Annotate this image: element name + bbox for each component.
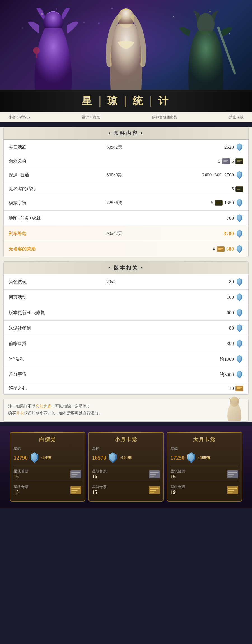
row-value: 80 [155, 321, 248, 336]
row-multiplier: 90x42天 [102, 226, 155, 242]
row-label: 前瞻直播 [4, 336, 102, 351]
table-row: 网页活动 160 [4, 290, 248, 305]
hero-banner [0, 0, 252, 90]
card-divider [14, 466, 81, 466]
row-multiplier [102, 367, 155, 382]
svg-rect-77 [150, 488, 159, 489]
table-row: 每日活跃 60x42天 2520 [4, 140, 248, 155]
card-regular-ticket-row: 星轨普票 16 [171, 469, 238, 480]
table-row: 模拟宇宙 225×6周 6 1350 [4, 195, 248, 211]
gem-icon-large [29, 452, 39, 463]
note-highlight-2: 月卡 [16, 411, 24, 415]
designer-label: 设计：流鬼 [82, 115, 100, 120]
row-value: 约1300 [155, 351, 248, 367]
card-gem-value: 12790 [14, 455, 28, 461]
row-multiplier [102, 382, 155, 395]
svg-rect-56 [237, 387, 242, 388]
version-section: • 版本相关 • 角色试玩 20x4 80 网页活动 [3, 261, 249, 395]
card-gem-row: 星琼 17250 ≈108抽 [171, 446, 238, 463]
special-ticket-icon [149, 486, 160, 494]
gem-icon-large [186, 452, 196, 463]
title-section: 星｜琼｜统｜计 [0, 90, 252, 112]
row-multiplier: 800×3期 [102, 167, 155, 183]
svg-rect-79 [150, 492, 154, 493]
gem-icon [235, 198, 243, 207]
card-gem-row: 星琼 16570 ≈103抽 [92, 446, 160, 463]
row-value: 4 680 [155, 242, 248, 257]
row-value: 5 [155, 183, 248, 195]
row-label: 列车补给 [4, 226, 102, 242]
svg-rect-2 [36, 54, 37, 58]
permanent-table: 每日活跃 60x42天 2520 余烬兑换 [4, 140, 248, 257]
gem-icon [235, 324, 243, 333]
gem-icon [235, 277, 243, 286]
table-row: 深渊+首通 800×3期 2400+300=2700 [4, 167, 248, 183]
card-regular-value: 16 [171, 474, 185, 480]
svg-rect-69 [71, 492, 76, 493]
row-multiplier [102, 290, 155, 305]
card-gem-row: 星琼 12790 ≈80抽 [14, 446, 81, 463]
gem-icon [235, 355, 243, 364]
row-multiplier [102, 351, 155, 367]
card-gem-label: 星琼 [92, 446, 160, 451]
card-title: 白嫖党 [14, 436, 81, 443]
row-label: 米游社签到 [4, 321, 102, 336]
regular-ticket-icon [227, 470, 238, 478]
svg-rect-18 [223, 161, 227, 162]
copyright-label: 禁止转载 [229, 115, 244, 120]
card-gem-value-row: 17250 ≈108抽 [171, 452, 238, 463]
table-row: 2个活动 约1300 [4, 351, 248, 367]
ticket-icon [222, 158, 230, 164]
info-bar: 作者：祈莺ya 设计：流鬼 原神冒险团出品 禁止转载 [0, 112, 252, 122]
gem-icon [235, 171, 243, 180]
row-label: 巡星之礼 [4, 382, 102, 395]
svg-rect-57 [237, 388, 240, 389]
svg-rect-28 [216, 202, 221, 202]
svg-rect-84 [228, 474, 234, 475]
gem-icon [235, 229, 243, 238]
row-value: 6 1350 [155, 195, 248, 211]
svg-rect-64 [71, 474, 78, 475]
svg-rect-67 [71, 488, 80, 489]
svg-rect-63 [71, 472, 80, 473]
row-value: 160 [155, 290, 248, 305]
table-row: 余烬兑换 5 5 [4, 155, 248, 167]
row-multiplier [102, 336, 155, 351]
card-regular-ticket-row: 星轨普票 16 [92, 469, 160, 480]
card-title: 大月卡党 [171, 436, 238, 443]
note-character [223, 396, 246, 421]
row-multiplier [102, 321, 155, 336]
regular-ticket-icon [70, 470, 81, 478]
card-large-pass: 大月卡党 星琼 17250 ≈108抽 星轨普票 16 星轨专票 [167, 432, 242, 502]
row-multiplier: 20x4 [102, 274, 155, 290]
table-row: 无名客的赠礼 5 [4, 183, 248, 195]
gem-icon [235, 143, 243, 152]
row-label: 地图+任务+成就 [4, 211, 102, 226]
row-value: 700 [155, 211, 248, 226]
card-free: 白嫖党 星琼 12790 ≈80抽 星轨普票 16 星轨专票 [10, 432, 85, 502]
gem-icon [235, 370, 243, 379]
table-row: 米游社签到 80 [4, 321, 248, 336]
card-special-label: 星轨专票 [171, 484, 185, 489]
table-row: 巡星之礼 10 [4, 382, 248, 395]
row-label: 无名客的赠礼 [4, 183, 102, 195]
gem-icon [235, 293, 243, 302]
table-row: 差分宇宙 约3000 [4, 367, 248, 382]
page-title: 星｜琼｜统｜计 [0, 94, 252, 108]
source-label: 原神冒险团出品 [152, 115, 177, 120]
card-pulls: ≈108抽 [198, 455, 210, 460]
svg-rect-74 [150, 474, 156, 475]
character-left [22, 6, 84, 90]
card-divider [92, 482, 160, 482]
svg-rect-21 [237, 161, 240, 162]
regular-ticket-icon [149, 470, 160, 478]
svg-rect-68 [71, 490, 78, 491]
svg-rect-26 [237, 189, 240, 190]
svg-rect-87 [228, 488, 237, 489]
svg-point-1 [33, 47, 40, 54]
gem-icon-large [108, 452, 118, 463]
card-divider [92, 466, 160, 466]
table-row: 无名客的荣勋 4 680 [4, 242, 248, 257]
table-row: 版本更新+bug修复 600 [4, 305, 248, 321]
row-label: 角色试玩 [4, 274, 102, 290]
